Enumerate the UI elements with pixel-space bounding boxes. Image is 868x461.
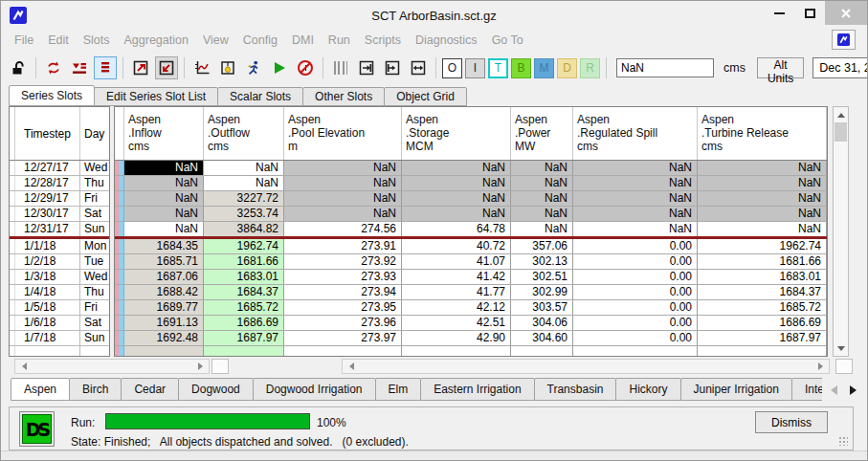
cell[interactable]: 0.00 xyxy=(573,285,698,299)
menu-go-to[interactable]: Go To xyxy=(492,33,523,47)
input-flag-button[interactable]: I xyxy=(465,58,485,78)
drift-flag-button[interactable]: D xyxy=(557,58,577,78)
cell[interactable]: 42.90 xyxy=(402,331,511,345)
cell[interactable]: NaN xyxy=(204,176,284,190)
scroll-left-button[interactable] xyxy=(345,359,358,374)
cell[interactable]: NaN xyxy=(204,161,284,175)
fit-column-width-button[interactable] xyxy=(355,56,378,79)
cell[interactable]: NaN xyxy=(402,176,511,190)
day-cell[interactable]: Fri xyxy=(80,300,109,315)
day-cell[interactable]: Wed xyxy=(80,270,109,284)
cell[interactable]: 1687.97 xyxy=(698,331,827,345)
cell[interactable]: NaN xyxy=(698,191,827,206)
cell[interactable]: NaN xyxy=(402,191,511,206)
cancel-run-button[interactable] xyxy=(294,56,317,79)
cell[interactable]: 1681.66 xyxy=(698,254,827,269)
cell[interactable]: NaN xyxy=(284,176,402,190)
cell[interactable]: 273.93 xyxy=(284,270,402,284)
cell[interactable]: NaN xyxy=(573,222,698,236)
cell[interactable]: NaN xyxy=(573,191,698,206)
column-header-aspen-turbine-release[interactable]: Aspen.Turbine Releasecms xyxy=(698,107,827,160)
plot-slots-button[interactable] xyxy=(190,56,213,79)
cell[interactable]: 0.00 xyxy=(573,270,698,284)
day-cell[interactable]: Sun xyxy=(80,331,109,345)
cell[interactable]: 41.77 xyxy=(402,285,511,299)
cell[interactable]: NaN xyxy=(698,207,827,221)
menu-scripts[interactable]: Scripts xyxy=(365,33,401,47)
day-cell[interactable] xyxy=(80,346,109,356)
cell[interactable]: 1686.69 xyxy=(204,316,284,330)
shrink-column-width-button[interactable] xyxy=(381,56,404,79)
cell[interactable] xyxy=(284,346,402,356)
vertical-scroll-thumb[interactable] xyxy=(835,122,847,142)
cell[interactable]: NaN xyxy=(124,161,204,175)
cell[interactable]: 273.94 xyxy=(284,285,402,299)
minimize-button[interactable] xyxy=(764,1,794,25)
object-tab-dogwood-irrigation[interactable]: Dogwood Irrigation xyxy=(253,378,376,401)
cell[interactable] xyxy=(204,346,284,356)
cell[interactable] xyxy=(698,346,827,356)
cell[interactable]: 0.00 xyxy=(573,331,698,345)
object-tab-cedar[interactable]: Cedar xyxy=(121,378,179,401)
scroll-down-button[interactable] xyxy=(834,340,848,356)
timestep-cell[interactable]: 12/30/17 xyxy=(15,207,80,221)
cell[interactable]: 3253.74 xyxy=(204,207,284,221)
day-cell[interactable]: Thu xyxy=(80,176,109,190)
day-cell[interactable]: Wed xyxy=(80,161,109,175)
cell[interactable]: 273.97 xyxy=(284,331,402,345)
cell[interactable]: NaN xyxy=(511,207,573,221)
object-tab-transbasin[interactable]: Transbasin xyxy=(534,378,617,401)
cell[interactable]: 1681.66 xyxy=(204,254,284,269)
timestep-header[interactable]: Timestep xyxy=(15,107,80,160)
open-object-button[interactable] xyxy=(216,56,239,79)
cell[interactable]: 1683.01 xyxy=(698,270,827,284)
cell[interactable]: 1684.37 xyxy=(698,285,827,299)
cell[interactable]: 303.57 xyxy=(511,300,573,315)
cell[interactable]: 273.96 xyxy=(284,316,402,330)
cell[interactable]: 1685.72 xyxy=(204,300,284,315)
output-flag-button[interactable]: O xyxy=(442,58,462,78)
lock-button[interactable] xyxy=(7,56,30,79)
cell[interactable]: 1687.06 xyxy=(124,270,204,284)
date-value[interactable]: Dec 31, 2017 xyxy=(813,61,868,75)
cell[interactable]: NaN xyxy=(698,161,827,175)
menu-edit[interactable]: Edit xyxy=(48,33,69,47)
menu-aggregation[interactable]: Aggregation xyxy=(124,33,189,47)
cell[interactable] xyxy=(402,346,511,356)
show-slot-rows-button[interactable] xyxy=(94,56,117,79)
cell[interactable]: NaN xyxy=(511,161,573,175)
cell[interactable]: 1692.48 xyxy=(124,331,204,345)
cell[interactable]: NaN xyxy=(511,222,573,236)
column-header-aspen-outflow[interactable]: Aspen.Outflowcms xyxy=(204,107,284,160)
object-tab-dogwood[interactable]: Dogwood xyxy=(178,378,254,401)
scroll-right-button[interactable] xyxy=(813,359,827,374)
target-flag-button[interactable]: T xyxy=(488,58,508,78)
menu-dmi[interactable]: DMI xyxy=(292,33,314,47)
column-header-aspen-power[interactable]: Aspen.PowerMW xyxy=(511,107,573,160)
cell[interactable]: 273.91 xyxy=(284,239,402,253)
object-tab-interstate-gage[interactable]: Interstate Gage xyxy=(791,378,822,401)
column-header-aspen-storage[interactable]: Aspen.StorageMCM xyxy=(402,107,511,160)
object-tab-hickory[interactable]: Hickory xyxy=(615,378,680,401)
cell[interactable]: 1686.69 xyxy=(698,316,827,330)
cell[interactable]: 0.00 xyxy=(573,316,698,330)
start-run-button[interactable] xyxy=(268,56,291,79)
alt-units-button[interactable]: Alt Units xyxy=(757,57,804,78)
cell[interactable]: 1687.97 xyxy=(204,331,284,345)
refresh-values-button[interactable] xyxy=(42,56,65,79)
dispatch-state-icon[interactable]: DS xyxy=(19,411,55,447)
timestep-divisions-button[interactable] xyxy=(329,56,352,79)
scroll-left-button[interactable] xyxy=(17,359,31,374)
day-cell[interactable]: Fri xyxy=(80,191,109,206)
cell[interactable]: 1685.72 xyxy=(698,300,827,315)
tab-scalar-slots[interactable]: Scalar Slots xyxy=(217,87,303,106)
maximize-button[interactable] xyxy=(794,1,825,25)
tab-series-slots[interactable]: Series Slots xyxy=(9,85,95,106)
resize-all-columns-button[interactable] xyxy=(407,56,430,79)
timestep-cell[interactable]: 1/2/18 xyxy=(15,254,80,269)
cell[interactable]: 3864.82 xyxy=(204,222,284,236)
cell[interactable]: 1683.01 xyxy=(204,270,284,284)
menu-file[interactable]: File xyxy=(14,33,33,47)
cell[interactable]: NaN xyxy=(124,191,204,206)
cell-value-input[interactable] xyxy=(616,58,714,77)
